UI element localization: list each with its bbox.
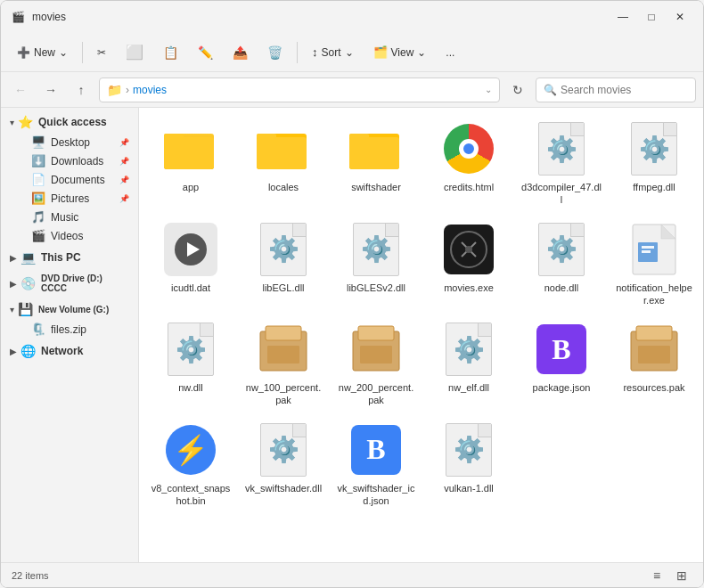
file-name-swiftshader: swiftshader xyxy=(351,181,401,193)
forward-button[interactable]: → xyxy=(38,78,63,102)
file-item-nw[interactable]: ⚙️ nw.dll xyxy=(146,315,235,412)
quick-access-chevron-icon: ▾ xyxy=(10,118,14,127)
documents-icon: 📄 xyxy=(31,173,45,186)
file-item-locales[interactable]: locales xyxy=(239,115,328,212)
maximize-button[interactable]: □ xyxy=(639,6,664,28)
file-item-vulkan[interactable]: ⚙️ vulkan-1.dll xyxy=(424,416,513,513)
paste-button[interactable]: 📋 xyxy=(154,38,187,67)
file-item-libegl[interactable]: ⚙️ libEGL.dll xyxy=(239,216,328,313)
exe-icon-movies xyxy=(440,221,497,278)
file-item-notification-helper[interactable]: notification_helper.exe xyxy=(610,216,699,313)
search-box: 🔍 xyxy=(536,78,696,102)
file-item-credits[interactable]: credits.html xyxy=(424,115,513,212)
file-item-nw100[interactable]: nw_100_percent.pak xyxy=(239,315,328,412)
list-view-button[interactable]: ≡ xyxy=(646,565,667,586)
sidebar-item-files-zip[interactable]: 🗜️ files.zip xyxy=(3,320,136,339)
file-name-nw200: nw_200_percent.pak xyxy=(336,381,416,407)
dll-icon-d3d: ⚙️ xyxy=(533,120,590,177)
toolbar-separator-2 xyxy=(297,42,298,63)
status-bar-right: ≡ ⊞ xyxy=(646,565,692,586)
sidebar-header-new-volume[interactable]: ▾ 💾 New Volume (G:) xyxy=(3,298,136,320)
window-title: movies xyxy=(32,11,66,23)
delete-icon: 🗑️ xyxy=(267,45,282,60)
view-button[interactable]: 🗂️ View ⌄ xyxy=(364,38,436,67)
minimize-button[interactable]: — xyxy=(610,6,635,28)
play-icon-icudtl xyxy=(162,221,219,278)
sidebar-item-music[interactable]: 🎵 Music xyxy=(3,208,136,226)
file-item-v8[interactable]: ⚡ v8_context_snapshot.bin xyxy=(146,416,235,513)
new-volume-icon: 💾 xyxy=(18,302,33,316)
title-bar: 🎬 movies — □ ✕ xyxy=(1,1,703,33)
dll-icon-vk-swiftshader: ⚙️ xyxy=(255,421,312,478)
title-bar-left: 🎬 movies xyxy=(12,11,66,23)
sidebar-item-pictures[interactable]: 🖼️ Pictures 📌 xyxy=(3,189,136,208)
refresh-button[interactable]: ↻ xyxy=(505,78,530,102)
sidebar: ▾ ⭐ Quick access 🖥️ Desktop 📌 ⬇️ Downloa… xyxy=(1,108,139,562)
new-button[interactable]: ➕ New ⌄ xyxy=(8,38,77,67)
svg-rect-26 xyxy=(358,326,394,340)
videos-icon: 🎬 xyxy=(31,229,45,242)
dvd-icon: 💿 xyxy=(20,276,36,290)
this-pc-icon: 💻 xyxy=(20,250,36,265)
search-input[interactable] xyxy=(561,84,685,96)
file-name-d3dcompiler: d3dcompiler_47.dll xyxy=(521,181,602,207)
rename-button[interactable]: ✏️ xyxy=(189,38,222,67)
file-item-d3dcompiler[interactable]: ⚙️ d3dcompiler_47.dll xyxy=(517,115,606,212)
pak-icon-nw200 xyxy=(348,321,405,378)
item-count: 22 items xyxy=(12,570,49,581)
sidebar-item-videos[interactable]: 🎬 Videos xyxy=(3,226,136,245)
file-name-package-json: package.json xyxy=(533,381,591,394)
cut-button[interactable]: ✂ xyxy=(88,38,115,67)
file-item-package-json[interactable]: B package.json xyxy=(517,315,606,412)
file-item-icudtl[interactable]: icudtl.dat xyxy=(146,216,235,313)
file-item-swiftshader[interactable]: swiftshader xyxy=(332,115,421,212)
dll-icon-node: ⚙️ xyxy=(533,221,590,278)
grid-view-button[interactable]: ⊞ xyxy=(671,565,692,586)
sidebar-header-quick-access[interactable]: ▾ ⭐ Quick access xyxy=(3,111,136,133)
file-item-vk-icd-json[interactable]: B vk_swiftshader_icd.json xyxy=(332,416,421,513)
cut-icon: ✂ xyxy=(97,46,106,59)
copy-icon: ⬜ xyxy=(126,44,143,61)
file-item-vk-swiftshader-dll[interactable]: ⚙️ vk_swiftshader.dll xyxy=(239,416,328,513)
file-name-vk-swiftshader-dll: vk_swiftshader.dll xyxy=(245,482,322,494)
up-button[interactable]: ↑ xyxy=(69,78,94,102)
dll-icon-nw: ⚙️ xyxy=(162,321,219,378)
sidebar-header-network[interactable]: ▶ 🌐 Network xyxy=(3,340,136,362)
file-name-app: app xyxy=(183,181,199,193)
file-name-icudtl: icudtl.dat xyxy=(171,282,210,294)
file-item-nwelf[interactable]: ⚙️ nw_elf.dll xyxy=(424,315,513,412)
file-item-resources[interactable]: resources.pak xyxy=(610,315,699,412)
sidebar-section-quick-access: ▾ ⭐ Quick access 🖥️ Desktop 📌 ⬇️ Downloa… xyxy=(1,111,138,245)
sidebar-section-dvd: ▶ 💿 DVD Drive (D:) CCCC xyxy=(1,270,138,297)
sort-button[interactable]: ↕️ Sort ⌄ xyxy=(303,38,363,67)
sidebar-item-downloads[interactable]: ⬇️ Downloads 📌 xyxy=(3,151,136,170)
svg-rect-29 xyxy=(636,326,672,340)
file-name-v8: v8_context_snapshot.bin xyxy=(151,482,231,508)
sidebar-header-this-pc[interactable]: ▶ 💻 This PC xyxy=(3,247,136,268)
sidebar-header-dvd[interactable]: ▶ 💿 DVD Drive (D:) CCCC xyxy=(3,270,136,297)
toolbar: ➕ New ⌄ ✂ ⬜ 📋 ✏️ 📤 🗑️ ↕️ Sort ⌄ 🗂️ xyxy=(1,33,703,72)
file-item-nw200[interactable]: nw_200_percent.pak xyxy=(332,315,421,412)
window-icon: 🎬 xyxy=(12,11,25,23)
file-item-movies-exe[interactable]: movies.exe xyxy=(424,216,513,313)
breadcrumb-path: movies xyxy=(133,84,167,96)
file-name-nw: nw.dll xyxy=(178,381,203,394)
file-item-ffmpeg[interactable]: ⚙️ ffmpeg.dll xyxy=(610,115,699,212)
file-item-libglesv2[interactable]: ⚙️ libGLESv2.dll xyxy=(332,216,421,313)
share-button[interactable]: 📤 xyxy=(224,38,257,67)
breadcrumb[interactable]: 📁 › movies ⌄ xyxy=(99,78,500,102)
copy-button[interactable]: ⬜ xyxy=(117,38,152,67)
sidebar-item-desktop[interactable]: 🖥️ Desktop 📌 xyxy=(3,133,136,151)
close-button[interactable]: ✕ xyxy=(667,6,692,28)
sidebar-item-documents[interactable]: 📄 Documents 📌 xyxy=(3,170,136,189)
back-button[interactable]: ← xyxy=(8,78,33,102)
search-icon: 🔍 xyxy=(544,84,557,96)
new-volume-chevron-icon: ▾ xyxy=(10,305,14,314)
file-name-movies-exe: movies.exe xyxy=(444,282,494,294)
file-item-app[interactable]: app xyxy=(146,115,235,212)
dll-icon-ffmpeg: ⚙️ xyxy=(626,120,683,177)
sidebar-section-this-pc: ▶ 💻 This PC xyxy=(1,247,138,268)
delete-button[interactable]: 🗑️ xyxy=(258,38,291,67)
file-item-node[interactable]: ⚙️ node.dll xyxy=(517,216,606,313)
more-options-button[interactable]: ... xyxy=(437,38,463,67)
